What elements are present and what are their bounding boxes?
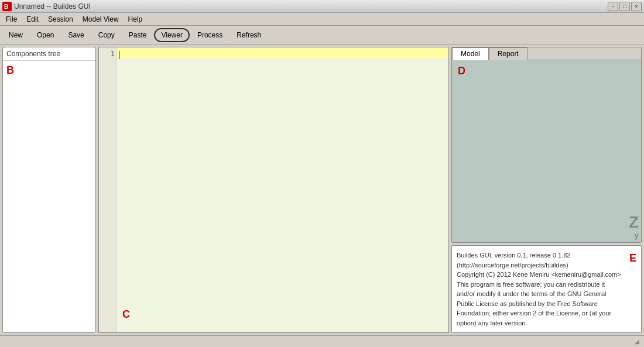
info-line-8: Public License as published by the Free …: [457, 299, 636, 309]
copy-button[interactable]: Copy: [92, 29, 121, 42]
status-bar: ◢: [0, 335, 644, 347]
editor-panel[interactable]: 1 C: [98, 47, 449, 333]
resize-grip[interactable]: ◢: [632, 337, 642, 346]
text-cursor: [119, 51, 119, 59]
viewport-label: D: [458, 65, 465, 77]
new-button[interactable]: New: [2, 29, 29, 42]
tab-bar: Model Report: [452, 47, 641, 60]
viewer-button[interactable]: Viewer: [154, 28, 189, 42]
menu-model-view[interactable]: Model View: [78, 14, 124, 25]
save-button[interactable]: Save: [61, 29, 90, 42]
svg-text:B: B: [4, 4, 8, 10]
editor-area[interactable]: C: [117, 47, 448, 332]
info-line-7: and/or modify it under the terms of the …: [457, 289, 636, 299]
components-tree-label: B: [3, 61, 95, 80]
title-bar: B Unnamed -- Buildes GUI − □ ×: [0, 0, 644, 13]
maximize-button[interactable]: □: [619, 2, 630, 11]
toolbar: New Open Save Copy Paste Viewer Process …: [0, 26, 644, 44]
paste-button[interactable]: Paste: [122, 29, 153, 42]
info-label: E: [629, 250, 636, 266]
tab-model[interactable]: Model: [452, 47, 489, 60]
line-numbers: 1: [99, 47, 117, 332]
info-line-4: Copyright (C) 2012 Kene Meniru <kemeniru…: [457, 270, 636, 280]
info-line-1: Buildes GUI, version 0.1, release 0.1.82: [457, 250, 636, 260]
main-content: Components tree B 1 C Model Report D Z: [0, 44, 644, 335]
refresh-button[interactable]: Refresh: [230, 29, 268, 42]
info-line-6: This program is free software; you can r…: [457, 280, 636, 290]
title-bar-left: B Unnamed -- Buildes GUI: [2, 2, 91, 11]
minimize-button[interactable]: −: [608, 2, 618, 11]
close-button[interactable]: ×: [631, 2, 642, 11]
menu-help[interactable]: Help: [124, 14, 148, 25]
menu-file[interactable]: File: [1, 14, 22, 25]
editor-label: C: [122, 308, 130, 321]
window-controls[interactable]: − □ ×: [608, 2, 642, 11]
menu-session[interactable]: Session: [43, 14, 78, 25]
info-panel: E Buildes GUI, version 0.1, release 0.1.…: [451, 245, 642, 333]
info-line-2: (http://sourceforge.net/projects/buildes…: [457, 260, 636, 270]
line-number-1: 1: [100, 50, 115, 58]
app-icon: B: [2, 2, 12, 11]
axis-z-label: Z: [629, 214, 639, 231]
axis-widget: Z y: [629, 214, 639, 240]
axis-y-label: y: [634, 231, 639, 240]
info-line-9: Foundation; either version 2 of the Lice…: [457, 308, 636, 318]
right-panel: Model Report D Z y E Buildes GUI, versio…: [451, 47, 642, 333]
menu-edit[interactable]: Edit: [22, 14, 43, 25]
tab-report[interactable]: Report: [489, 47, 527, 60]
left-panel: Components tree B: [2, 47, 96, 333]
open-button[interactable]: Open: [30, 29, 60, 42]
process-button[interactable]: Process: [191, 29, 229, 42]
3d-viewport: D Z y: [452, 60, 641, 242]
components-tree-header: Components tree: [3, 47, 95, 61]
info-line-10: option) any later version.: [457, 318, 636, 328]
window-title: Unnamed -- Buildes GUI: [14, 2, 91, 11]
menu-bar: File Edit Session Model View Help: [0, 13, 644, 26]
viewport-panel: Model Report D Z y: [451, 47, 642, 243]
